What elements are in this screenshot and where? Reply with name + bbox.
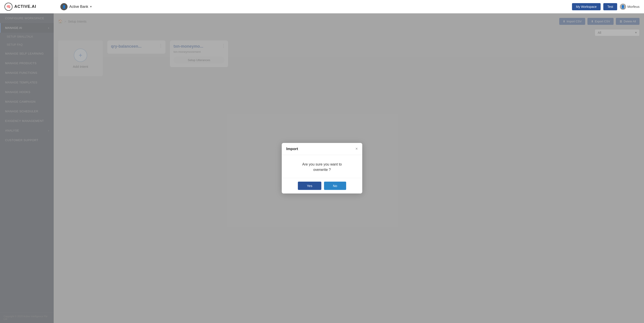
modal-title: Import [286,147,298,151]
modal-overlay: Import × Are you sure you want to overwr… [54,14,644,323]
logo-area: 🧠 ACTIVE.AI [4,3,58,11]
bank-selector: 👤 Active Bank ▼ [60,3,92,10]
modal-header: Import × [282,143,362,155]
import-modal: Import × Are you sure you want to overwr… [282,143,362,194]
app-header: 🧠 ACTIVE.AI 👤 Active Bank ▼ My Workspace… [0,0,644,14]
user-name: Morfeus [628,5,640,8]
bank-name: Active Bank [69,5,88,9]
bank-avatar: 👤 [60,3,68,10]
main-content: 🏠 > Setup Intents ⬇ Import CSV ⬇ Export … [54,14,644,323]
user-area: 👤 Morfeus [620,4,640,10]
yes-button[interactable]: Yes [298,182,321,190]
modal-footer: Yes No [282,178,362,194]
modal-message: Are you sure you want to overwrite ? [286,162,358,172]
header-right: My Workspace Test 👤 Morfeus [572,3,640,10]
main-layout: CONFIGURE WORKSPACE MANAGE AI › SETUP SM… [0,14,644,323]
modal-close-button[interactable]: × [355,146,358,151]
my-workspace-button[interactable]: My Workspace [572,3,600,10]
logo-text: ACTIVE.AI [14,4,36,9]
modal-body: Are you sure you want to overwrite ? [282,155,362,178]
logo-icon: 🧠 [4,3,12,11]
chevron-down-icon: ▼ [90,5,92,8]
no-button[interactable]: No [324,182,346,190]
test-button[interactable]: Test [603,3,617,10]
bank-dropdown[interactable]: Active Bank ▼ [69,5,92,9]
user-icon: 👤 [620,4,626,10]
